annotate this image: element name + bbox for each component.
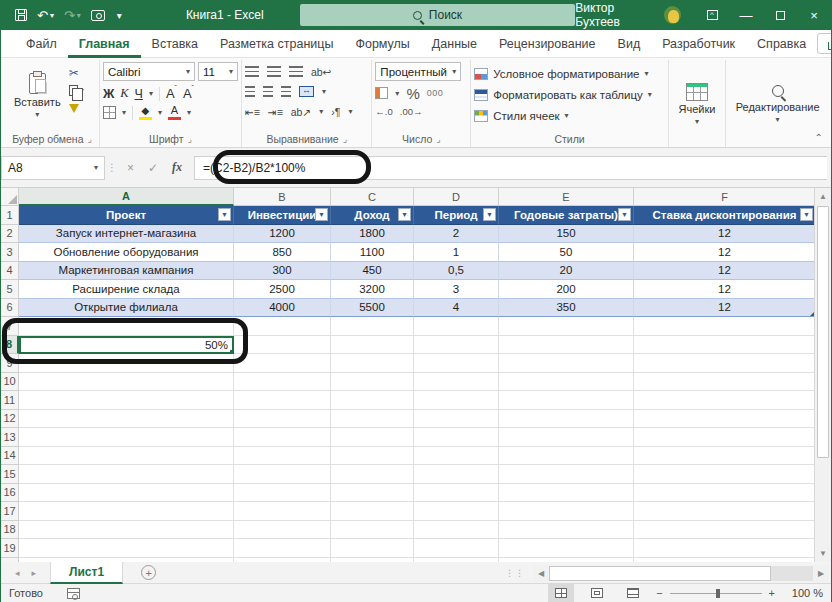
tab-home[interactable]: Главная	[68, 30, 141, 58]
merge-dropdown[interactable]: ▾	[322, 87, 326, 96]
table-cell[interactable]: 150	[499, 225, 634, 244]
format-painter-icon[interactable]	[69, 101, 84, 116]
column-header-B[interactable]: B	[234, 188, 331, 206]
scroll-down-icon[interactable]: ▼	[815, 545, 831, 562]
empty-cell[interactable]	[414, 391, 499, 410]
zoom-in-icon[interactable]: +	[769, 587, 775, 599]
name-box-dropdown[interactable]: ▾	[94, 163, 98, 172]
row-header-15[interactable]: 15	[1, 465, 19, 484]
empty-cell[interactable]	[499, 354, 634, 373]
vertical-scrollbar[interactable]: ▲ ▼	[814, 188, 831, 562]
column-header-A[interactable]: A	[19, 188, 234, 206]
table-cell[interactable]: 200	[499, 280, 634, 299]
empty-cell[interactable]	[234, 336, 331, 355]
name-box[interactable]: A8 ▾	[1, 156, 105, 180]
font-color-dropdown[interactable]: ▾	[187, 108, 191, 117]
empty-cell[interactable]	[234, 447, 331, 466]
row-header-6[interactable]: 6	[1, 299, 19, 318]
row-header-11[interactable]: 11	[1, 391, 19, 410]
align-bottom-icon[interactable]	[289, 66, 303, 77]
empty-cell[interactable]	[414, 521, 499, 540]
tab-view[interactable]: Вид	[607, 30, 652, 58]
empty-cell[interactable]	[234, 539, 331, 558]
empty-cell[interactable]	[19, 373, 234, 392]
filter-dropdown-icon[interactable]: ▼	[218, 208, 231, 221]
tab-review[interactable]: Рецензирование	[488, 30, 607, 58]
tab-help[interactable]: Справка	[746, 30, 817, 58]
undo-icon[interactable]: ↶▾	[37, 8, 54, 23]
column-header-D[interactable]: D	[414, 188, 499, 206]
cancel-formula-icon[interactable]: ×	[127, 161, 134, 175]
macro-record-icon[interactable]	[67, 588, 80, 599]
font-color-button[interactable]: А	[168, 105, 181, 120]
insert-function-icon[interactable]: fx	[172, 160, 182, 175]
next-sheet-icon[interactable]: ▸	[32, 568, 37, 578]
table-header-cell[interactable]: Годовые затраты)▼	[499, 206, 634, 225]
empty-cell[interactable]	[331, 521, 414, 540]
scroll-left-icon[interactable]: ◀	[533, 565, 549, 582]
alignment-dialog-launcher[interactable]: ⌟	[343, 134, 347, 144]
borders-icon[interactable]	[103, 106, 116, 119]
empty-cell[interactable]	[499, 521, 634, 540]
text-direction-dropdown[interactable]: ▾	[348, 107, 352, 116]
empty-cell[interactable]	[234, 502, 331, 521]
empty-cell[interactable]	[234, 373, 331, 392]
table-cell[interactable]: Запуск интернет-магазина	[19, 225, 234, 244]
table-cell[interactable]: 1800	[331, 225, 414, 244]
row-header-7[interactable]: 7	[1, 317, 19, 336]
table-cell[interactable]: 4	[414, 299, 499, 318]
fill-color-dropdown[interactable]: ▾	[158, 108, 162, 117]
row-header-9[interactable]: 9	[1, 354, 19, 373]
empty-cell[interactable]	[499, 465, 634, 484]
empty-cell[interactable]	[634, 354, 816, 373]
empty-cell[interactable]	[19, 484, 234, 503]
empty-cell[interactable]	[234, 521, 331, 540]
table-header-cell[interactable]: Доход▼	[331, 206, 414, 225]
table-cell[interactable]: Открытие филиала	[19, 299, 234, 318]
table-header-cell[interactable]: Период▼	[414, 206, 499, 225]
tab-formulas[interactable]: Формулы	[344, 30, 420, 58]
empty-cell[interactable]	[414, 484, 499, 503]
table-cell[interactable]: 1	[414, 243, 499, 262]
decrease-indent-icon[interactable]: ⇤≡	[245, 106, 260, 118]
align-right-icon[interactable]	[281, 86, 291, 97]
page-break-view-icon[interactable]	[620, 584, 646, 602]
empty-cell[interactable]	[19, 391, 234, 410]
tab-data[interactable]: Данные	[421, 30, 488, 58]
wrap-text-icon[interactable]: ab↩	[311, 66, 332, 78]
customize-qat-icon[interactable]: ▾	[115, 10, 122, 21]
orientation-icon[interactable]: ab↗	[291, 106, 312, 118]
empty-cell[interactable]	[499, 502, 634, 521]
filter-dropdown-icon[interactable]: ▼	[800, 208, 813, 221]
empty-cell[interactable]	[19, 428, 234, 447]
table-cell[interactable]: 12	[634, 243, 816, 262]
percent-style-icon[interactable]: %	[406, 85, 419, 102]
empty-cell[interactable]	[331, 539, 414, 558]
font-size-combo[interactable]: 11▾	[198, 62, 238, 81]
table-cell[interactable]: 850	[234, 243, 331, 262]
align-left-icon[interactable]	[245, 86, 255, 97]
increase-indent-icon[interactable]: ⇥≡	[268, 106, 283, 118]
conditional-formatting-button[interactable]: Условное форматирование▾	[474, 63, 665, 84]
empty-cell[interactable]	[634, 539, 816, 558]
row-header-12[interactable]: 12	[1, 410, 19, 429]
normal-view-icon[interactable]	[548, 584, 574, 602]
editing-button[interactable]: Редактирование ▾	[730, 62, 826, 147]
scroll-up-icon[interactable]: ▲	[815, 188, 831, 205]
selected-result-cell[interactable]: 50%	[19, 336, 234, 355]
row-header-2[interactable]: 2	[1, 225, 19, 244]
empty-cell[interactable]	[19, 354, 234, 373]
empty-cell[interactable]	[499, 428, 634, 447]
empty-cell[interactable]	[19, 447, 234, 466]
copy-icon[interactable]: ▾	[69, 83, 84, 98]
table-cell[interactable]: 2	[414, 225, 499, 244]
empty-cell[interactable]	[499, 317, 634, 336]
camera-icon[interactable]	[91, 10, 105, 21]
zoom-out-icon[interactable]: −	[656, 587, 662, 599]
tab-file[interactable]: Файл	[15, 30, 68, 58]
row-header-19[interactable]: 19	[1, 539, 19, 558]
column-header-E[interactable]: E	[499, 188, 634, 206]
filter-dropdown-icon[interactable]: ▼	[315, 208, 328, 221]
empty-cell[interactable]	[331, 428, 414, 447]
table-cell[interactable]: 0,5	[414, 262, 499, 281]
